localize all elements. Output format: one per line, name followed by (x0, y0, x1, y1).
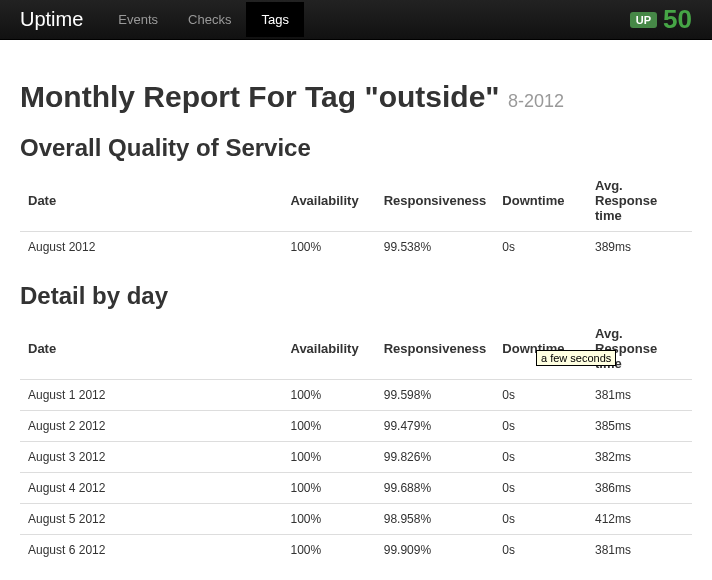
title-period: 8-2012 (508, 91, 564, 111)
status-badge: UP (630, 12, 657, 28)
table-row: August 2012100%99.538%0s389ms (20, 232, 692, 263)
cell: August 2012 (20, 232, 282, 263)
cell: 100% (282, 535, 375, 566)
nav-item-checks[interactable]: Checks (173, 2, 246, 37)
check-count: 50 (663, 4, 692, 35)
cell: 99.479% (376, 411, 495, 442)
navbar-left: Uptime Events Checks Tags (20, 2, 304, 37)
cell: 99.538% (376, 232, 495, 263)
title-prefix: Monthly Report For Tag " (20, 80, 379, 113)
cell: 381ms (587, 380, 692, 411)
nav-items: Events Checks Tags (103, 2, 304, 37)
cell: 389ms (587, 232, 692, 263)
cell: 99.688% (376, 473, 495, 504)
col-availability: Availability (282, 318, 375, 380)
col-date: Date (20, 318, 282, 380)
cell: 100% (282, 442, 375, 473)
table-row: August 4 2012100%99.688%0s386ms (20, 473, 692, 504)
col-avg-response: Avg. Response time (587, 170, 692, 232)
cell: 99.909% (376, 535, 495, 566)
cell: 0s (494, 473, 587, 504)
cell: 0s (494, 442, 587, 473)
tooltip: a few seconds (536, 350, 616, 366)
cell: 385ms (587, 411, 692, 442)
title-tag: outside (379, 80, 486, 113)
cell: 100% (282, 504, 375, 535)
col-downtime: Downtime (494, 318, 587, 380)
table-row: August 3 2012100%99.826%0s382ms (20, 442, 692, 473)
nav-item-tags[interactable]: Tags (246, 2, 303, 37)
cell: August 6 2012 (20, 535, 282, 566)
cell: 0s (494, 380, 587, 411)
section-overall-title: Overall Quality of Service (20, 134, 692, 162)
table-row: August 6 2012100%99.909%0s381ms (20, 535, 692, 566)
cell: 0s (494, 535, 587, 566)
table-header-row: Date Availability Responsiveness Downtim… (20, 170, 692, 232)
cell: 99.598% (376, 380, 495, 411)
title-suffix: " (485, 80, 499, 113)
cell: 100% (282, 411, 375, 442)
page-title: Monthly Report For Tag "outside" 8-2012 (20, 80, 692, 114)
navbar-right: UP 50 (630, 4, 692, 35)
cell: August 2 2012 (20, 411, 282, 442)
cell: August 5 2012 (20, 504, 282, 535)
cell: 381ms (587, 535, 692, 566)
main-panel: Monthly Report For Tag "outside" 8-2012 … (0, 60, 712, 580)
brand[interactable]: Uptime (20, 8, 103, 31)
cell: August 1 2012 (20, 380, 282, 411)
col-avg-response: Avg. Response time (587, 318, 692, 380)
cell: 0s (494, 504, 587, 535)
cell: August 3 2012 (20, 442, 282, 473)
table-header-row: Date Availability Responsiveness Downtim… (20, 318, 692, 380)
cell: 0s (494, 411, 587, 442)
cell: 382ms (587, 442, 692, 473)
cell: 99.826% (376, 442, 495, 473)
cell: 0s (494, 232, 587, 263)
cell: 386ms (587, 473, 692, 504)
col-availability: Availability (282, 170, 375, 232)
table-overall: Date Availability Responsiveness Downtim… (20, 170, 692, 262)
cell: 100% (282, 473, 375, 504)
col-responsiveness: Responsiveness (376, 318, 495, 380)
table-row: August 2 2012100%99.479%0s385ms (20, 411, 692, 442)
col-responsiveness: Responsiveness (376, 170, 495, 232)
cell: 98.958% (376, 504, 495, 535)
navbar: Uptime Events Checks Tags UP 50 (0, 0, 712, 40)
section-byday-title: Detail by day (20, 282, 692, 310)
col-date: Date (20, 170, 282, 232)
nav-item-events[interactable]: Events (103, 2, 173, 37)
cell: 100% (282, 232, 375, 263)
cell: 100% (282, 380, 375, 411)
content: Monthly Report For Tag "outside" 8-2012 … (20, 60, 692, 580)
table-row: August 5 2012100%98.958%0s412ms (20, 504, 692, 535)
cell: 412ms (587, 504, 692, 535)
col-downtime: Downtime (494, 170, 587, 232)
table-row: August 1 2012100%99.598%0s381ms (20, 380, 692, 411)
cell: August 4 2012 (20, 473, 282, 504)
